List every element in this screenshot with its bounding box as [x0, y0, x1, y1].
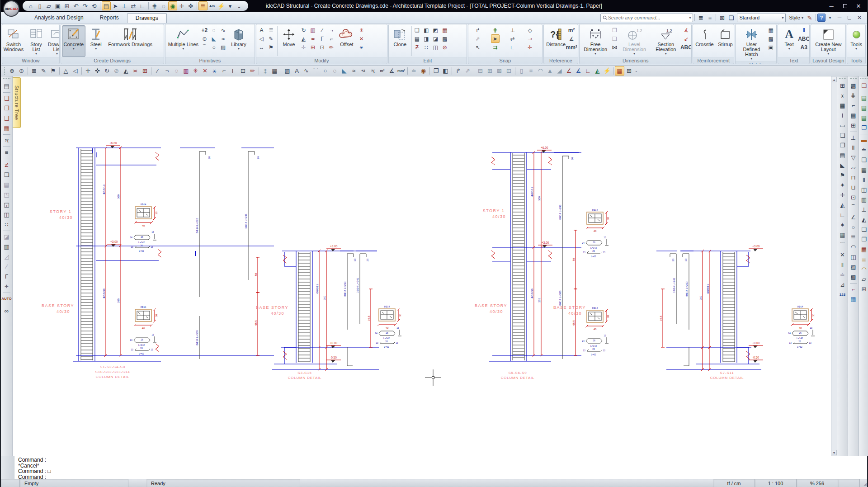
- dim-node-icon[interactable]: ⋈: [610, 43, 619, 52]
- axis-cross-icon[interactable]: ✛: [838, 190, 848, 200]
- switch-windows-button[interactable]: Switch Windows: [3, 25, 24, 57]
- tools-dropdown-icon[interactable]: [855, 47, 857, 51]
- slab-pen-icon[interactable]: ▤: [838, 151, 848, 160]
- mirror-axis-icon[interactable]: ⊘: [112, 66, 121, 76]
- qat-dropdown-icon[interactable]: ▾: [226, 1, 235, 10]
- mirror-icon[interactable]: ◭: [299, 34, 308, 43]
- point-array-icon[interactable]: ∷: [2, 220, 12, 229]
- story-list-button[interactable]: Story List: [26, 25, 47, 57]
- chamfer-icon[interactable]: ⌐: [327, 34, 335, 43]
- parallel-mode-icon[interactable]: ⇄: [129, 1, 138, 10]
- sheet-icon[interactable]: ▭: [838, 121, 848, 130]
- report-3-icon[interactable]: ▤: [859, 113, 868, 123]
- frame-doc-icon[interactable]: ⊞: [859, 284, 868, 294]
- note-flag-icon[interactable]: ⚑: [48, 66, 58, 76]
- bridge-icon[interactable]: ◫: [849, 252, 859, 262]
- wing-icon[interactable]: ◭: [838, 200, 848, 210]
- level-dimension-dropdown-icon[interactable]: [633, 52, 635, 56]
- rebar-grid-icon[interactable]: ⋕: [849, 91, 859, 100]
- arc-edit-icon[interactable]: ◁: [257, 34, 266, 43]
- column-doc-icon[interactable]: Ⅱ: [859, 175, 868, 184]
- grid-snap-icon[interactable]: ⋕: [150, 1, 159, 10]
- axis-gray-icon[interactable]: ⇗: [473, 34, 482, 43]
- arch-icon[interactable]: ⌒: [838, 240, 848, 250]
- window-doc-icon[interactable]: ❏: [859, 225, 868, 234]
- footing-icon[interactable]: ⊔: [849, 183, 859, 192]
- lift-doc-icon[interactable]: ⊥: [859, 205, 868, 214]
- node-x-icon[interactable]: ⚹: [357, 43, 366, 52]
- free-dimension-button[interactable]: Free Dimension: [580, 25, 610, 57]
- doc-arrow-icon[interactable]: ❐: [859, 123, 868, 132]
- help-dropdown-icon[interactable]: ▾: [826, 13, 835, 22]
- crown-icon[interactable]: ✦: [838, 180, 848, 190]
- rails-icon[interactable]: ‖: [838, 260, 848, 270]
- abc-arrow-icon[interactable]: ABC: [682, 43, 690, 52]
- layer-stack-icon[interactable]: ≡: [705, 13, 714, 22]
- axis-nodes-icon[interactable]: ⚹: [838, 91, 848, 100]
- burst-icon[interactable]: ✳: [357, 26, 366, 34]
- rotate-icon[interactable]: ↻: [102, 66, 112, 76]
- cloud-icon[interactable]: ◌: [210, 26, 218, 34]
- triangle-doc-icon[interactable]: ◭: [859, 215, 868, 224]
- channel-icon[interactable]: ⊓: [849, 173, 859, 182]
- window-doc-2-icon[interactable]: ❐: [859, 235, 868, 244]
- ucs-icon[interactable]: ↱: [473, 26, 482, 34]
- spline-icon[interactable]: ∿: [302, 66, 311, 76]
- rect-select-icon[interactable]: ⊡: [318, 43, 326, 52]
- report-1-icon[interactable]: ▤: [859, 93, 868, 103]
- align-a-icon[interactable]: A: [257, 26, 266, 34]
- level-doc-icon[interactable]: ≐: [859, 145, 868, 155]
- frame-pen-icon[interactable]: ▦: [838, 101, 848, 110]
- explode-icon[interactable]: ✏: [248, 66, 257, 76]
- snap-plus-icon[interactable]: ✜: [186, 1, 195, 10]
- offset-button[interactable]: Offset: [336, 25, 357, 57]
- bar-red-icon[interactable]: ≍: [308, 34, 317, 43]
- pattern-icon[interactable]: ▥: [181, 66, 191, 76]
- copy-icon[interactable]: ❏: [413, 26, 421, 34]
- copy-icon[interactable]: ❏: [2, 170, 12, 180]
- protractor-icon[interactable]: ◁: [71, 66, 80, 76]
- undo-icon[interactable]: ↶: [71, 1, 80, 10]
- xref-box-icon[interactable]: ⊠: [717, 13, 726, 22]
- building-doc-icon[interactable]: ▦: [859, 165, 868, 175]
- qat-overflow-icon[interactable]: ⌄: [235, 1, 244, 10]
- status-units[interactable]: tf / cm: [713, 479, 755, 487]
- trim-icon[interactable]: ∕: [153, 66, 162, 76]
- region-snap-icon[interactable]: ◌: [159, 1, 168, 10]
- ucs-icon[interactable]: ↱: [453, 66, 463, 76]
- mdi-minimize-button[interactable]: ─: [835, 14, 844, 22]
- layer-list-icon[interactable]: ≣: [696, 13, 705, 22]
- grid-edit-icon[interactable]: ▩: [440, 34, 449, 43]
- fence-icon[interactable]: ▦: [838, 230, 848, 240]
- drawing-list-dropdown-icon[interactable]: [56, 52, 58, 56]
- offset-copy-icon[interactable]: ◌: [172, 66, 181, 76]
- wedge-3d-icon[interactable]: ◢: [555, 66, 564, 76]
- query-distance-icon[interactable]: ?{: [2, 136, 12, 145]
- plus-two-icon[interactable]: +2: [359, 66, 368, 76]
- rect-edit-icon[interactable]: ⊡: [238, 66, 248, 76]
- image-icon[interactable]: ▨: [219, 43, 227, 52]
- perpendicular-icon[interactable]: ⊥: [508, 26, 517, 34]
- dome-section-icon[interactable]: ◠: [849, 242, 859, 252]
- formwork-drawings-button[interactable]: Formwork Drawings: [106, 25, 154, 57]
- stamp-icon[interactable]: ‡: [260, 66, 270, 76]
- level-mark-icon[interactable]: ≐: [409, 66, 419, 76]
- run-analysis-icon[interactable]: ⚡: [602, 66, 612, 76]
- stair-doc-icon[interactable]: ≣: [859, 255, 868, 264]
- node-cross-icon[interactable]: ⚹: [210, 66, 219, 76]
- ortho-mode-icon[interactable]: ∟: [138, 1, 147, 10]
- style-dropdown[interactable]: Style ▾: [787, 15, 805, 20]
- trim-icon[interactable]: ∕: [318, 26, 326, 34]
- angle-dim-icon[interactable]: ∡: [682, 26, 690, 34]
- story-list-dropdown-icon[interactable]: [35, 52, 37, 56]
- note-icon[interactable]: ⚑: [267, 43, 275, 52]
- chart-edit-icon[interactable]: ▥: [308, 26, 317, 34]
- stair-section-icon[interactable]: ≣: [849, 232, 859, 242]
- explode-icon[interactable]: ✏: [327, 43, 335, 52]
- hatch-box-icon[interactable]: ▣: [767, 43, 775, 52]
- layer-manager-icon[interactable]: ▤: [102, 1, 111, 10]
- auto-rbc-icon[interactable]: AUTO: [2, 294, 12, 303]
- clone-button[interactable]: Clone: [390, 25, 410, 57]
- grid-lock-icon[interactable]: ⋕: [491, 26, 500, 34]
- dim-123-icon[interactable]: 123: [838, 290, 848, 299]
